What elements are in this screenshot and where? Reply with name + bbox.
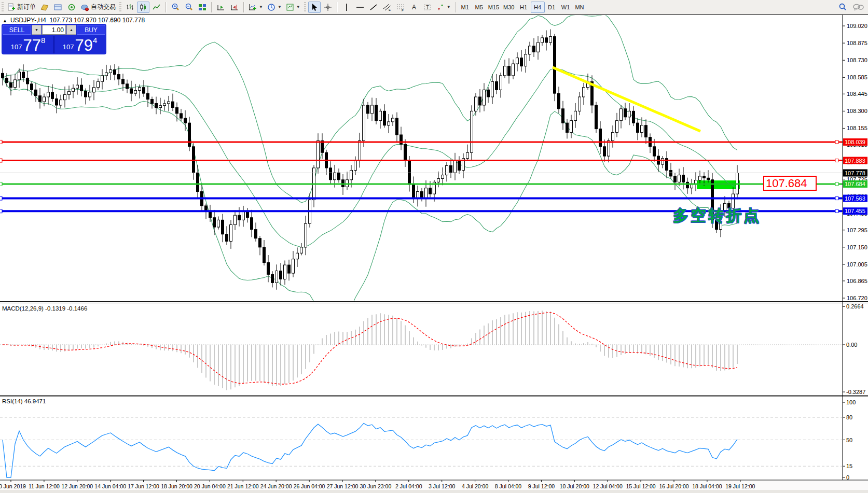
- rsi-value: 46.9471: [24, 398, 46, 404]
- price-tick-label: 108.875: [847, 40, 867, 46]
- rsi-tick-label: 100: [846, 399, 856, 405]
- svg-text:T: T: [426, 5, 429, 10]
- tile-windows-button[interactable]: [196, 2, 209, 13]
- market-depth-button[interactable]: [65, 2, 78, 13]
- price-tick-label: 106.865: [847, 278, 867, 284]
- rsi-tick-label: 50: [846, 437, 852, 443]
- hline-right-handle: [835, 197, 838, 200]
- vertical-line-tool-button[interactable]: [340, 2, 353, 13]
- toolbar-grip[interactable]: [304, 2, 306, 12]
- time-tick-label: 12 Jun 20:00: [61, 483, 93, 489]
- price-badge-label: 107.883: [845, 158, 865, 164]
- timeframe-button-M15[interactable]: M15: [486, 2, 501, 13]
- time-tick-label: 11 Jun 12:00: [29, 483, 60, 489]
- cursor-tool-button[interactable]: [308, 2, 321, 13]
- search-icon[interactable]: [838, 3, 847, 12]
- timeframe-button-H4[interactable]: H4: [531, 2, 545, 13]
- sell-price-small: 107: [11, 44, 22, 52]
- new-order-button[interactable]: 新订单: [6, 2, 37, 13]
- time-tick-label: 26 Jun 04:00: [294, 483, 325, 489]
- price-axis[interactable]: 109.020108.875108.730108.585108.445108.3…: [843, 23, 867, 481]
- text-label-tool-button[interactable]: T: [421, 2, 434, 13]
- symbol-label: USDJPY-,H4: [10, 17, 46, 24]
- ohlc-open: 107.773: [50, 17, 72, 24]
- periods-button[interactable]: ▼: [266, 2, 283, 13]
- candlestick-mode-button[interactable]: [137, 2, 149, 13]
- timeframe-button-M5[interactable]: M5: [472, 2, 486, 13]
- time-axis[interactable]: 10 Jun 201911 Jun 12:0012 Jun 20:0014 Ju…: [0, 480, 868, 493]
- vertical-line-icon: [343, 3, 350, 11]
- crosshair-tool-button[interactable]: [322, 2, 334, 13]
- arrows-tool-button[interactable]: ▼: [435, 2, 452, 13]
- chat-icon[interactable]: [852, 3, 864, 11]
- horizontal-level-lines[interactable]: [0, 140, 843, 213]
- one-click-trading-panel: SELL ▼ ▲ BUY 107778 107794: [2, 24, 106, 54]
- chart-title: ▲USDJPY-,H4 107.773 107.970 107.690 107.…: [3, 17, 145, 24]
- trendline-tool-button[interactable]: [367, 2, 380, 13]
- price-annotation-box[interactable]: 107.684: [763, 176, 817, 191]
- buy-price-small: 107: [63, 44, 74, 52]
- timeframe-button-W1[interactable]: W1: [559, 2, 573, 13]
- bar-chart-icon: [126, 3, 134, 11]
- chart-shift-icon: [230, 3, 239, 11]
- timeframe-button-MN[interactable]: MN: [573, 2, 587, 13]
- chart-canvas[interactable]: 109.020108.875108.730108.585108.445108.3…: [0, 0, 868, 493]
- fibonacci-tool-button[interactable]: F: [394, 2, 407, 13]
- toolbar-grip[interactable]: [119, 2, 121, 12]
- macd-tick-label: -0.3287: [846, 389, 865, 395]
- templates-button[interactable]: ▼: [284, 2, 302, 13]
- autotrading-label: 自动交易: [91, 3, 116, 11]
- text-label-icon: T: [423, 3, 432, 11]
- timeframe-group: M1M5M15M30H1H4D1W1MN: [458, 2, 587, 13]
- tile-windows-icon: [198, 3, 206, 11]
- time-tick-label: 16 Jul 20:00: [659, 483, 688, 489]
- autotrading-button[interactable]: 自动交易: [79, 2, 117, 13]
- timeframe-button-D1[interactable]: D1: [545, 2, 559, 13]
- price-tick-label: 107.295: [847, 227, 867, 233]
- toolbar: 新订单 自动交易 ▼ ▼ ▼ E F A T ▼ M1M5M15M30H1H4D…: [0, 0, 868, 15]
- indicators-icon: [249, 3, 257, 11]
- zoom-in-button[interactable]: [169, 2, 182, 13]
- buy-price-sup: 4: [93, 36, 97, 44]
- buy-price-button[interactable]: 107794: [54, 36, 105, 53]
- collapse-icon[interactable]: ▲: [3, 18, 7, 23]
- zoom-out-button[interactable]: [183, 2, 195, 13]
- ohlc-close: 107.778: [122, 17, 145, 24]
- toolbar-grip[interactable]: [2, 2, 4, 12]
- line-chart-mode-button[interactable]: [150, 2, 163, 13]
- dropdown-arrow-icon: ▼: [447, 5, 451, 9]
- trend-line[interactable]: [553, 67, 700, 131]
- volume-input[interactable]: [42, 25, 66, 35]
- svg-text:F: F: [402, 9, 404, 11]
- hline-left-handle: [0, 209, 2, 213]
- time-tick-label: 9 Jul 12:00: [528, 483, 555, 489]
- volume-down-button[interactable]: ▼: [32, 25, 42, 35]
- sell-button[interactable]: SELL: [3, 25, 31, 35]
- data-window-button[interactable]: [52, 2, 64, 13]
- channel-tool-button[interactable]: E: [381, 2, 393, 13]
- rsi-line: [3, 424, 737, 477]
- horizontal-line-tool-button[interactable]: [354, 2, 366, 13]
- auto-scroll-button[interactable]: [215, 2, 227, 13]
- volume-up-button[interactable]: ▲: [66, 25, 76, 35]
- chinese-annotation-text[interactable]: 多空转折点: [673, 205, 761, 227]
- buy-button[interactable]: BUY: [77, 25, 105, 35]
- toolbar-separator: [211, 2, 212, 12]
- sell-price-sup: 8: [41, 36, 45, 44]
- highlight-rect[interactable]: [697, 180, 740, 189]
- sell-price-button[interactable]: 107778: [3, 36, 53, 53]
- bar-chart-mode-button[interactable]: [123, 2, 136, 13]
- bollinger-lower: [3, 78, 737, 321]
- chart-shift-button[interactable]: [228, 2, 241, 13]
- timeframe-button-M1[interactable]: M1: [458, 2, 472, 13]
- toolbar-separator: [243, 2, 244, 12]
- timeframe-button-M30[interactable]: M30: [501, 2, 516, 13]
- timeframe-button-H1[interactable]: H1: [517, 2, 531, 13]
- sell-price-big: 77: [23, 39, 40, 52]
- text-tool-button[interactable]: A: [408, 2, 420, 13]
- time-tick-label: 4 Jul 20:00: [462, 483, 489, 489]
- indicators-button[interactable]: ▼: [247, 2, 265, 13]
- time-tick-label: 2 Jul 04:00: [395, 483, 422, 489]
- market-watch-button[interactable]: [38, 2, 51, 13]
- price-tick-label: 108.730: [847, 57, 867, 63]
